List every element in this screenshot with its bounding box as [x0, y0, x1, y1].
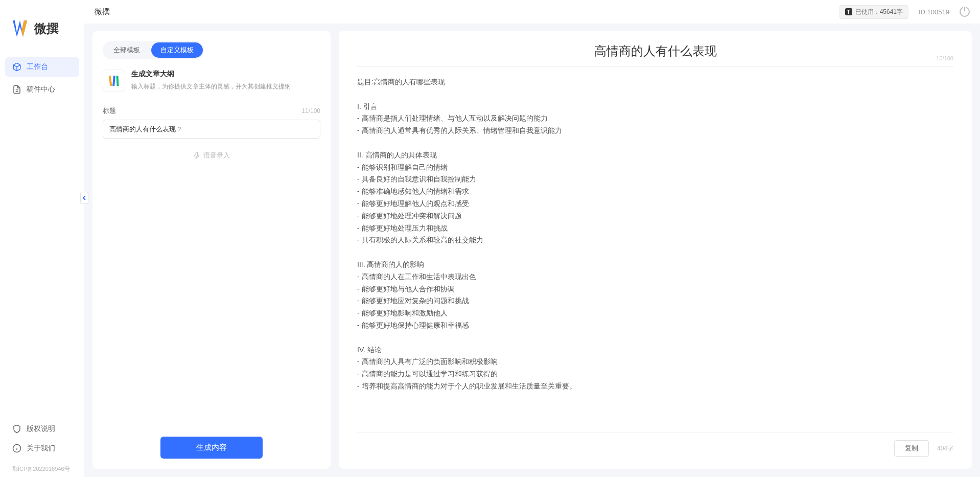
- generate-button[interactable]: 生成内容: [160, 437, 263, 459]
- tab-custom-templates[interactable]: 自定义模板: [151, 42, 203, 58]
- header: 微撰 T 已使用：45641字 ID:100519: [84, 0, 980, 24]
- main-content: 全部模板 自定义模板 生成文章大纲 输入标题，为你提供文章主体的灵感，并为其创建…: [84, 0, 980, 477]
- nav-item-drafts[interactable]: 稿件中心: [5, 80, 79, 99]
- template-tabs: 全部模板 自定义模板: [103, 41, 204, 59]
- tab-all-templates[interactable]: 全部模板: [104, 42, 149, 58]
- template-title: 生成文章大纲: [131, 70, 291, 79]
- sidebar: 微撰 工作台 稿件中心 版权说明 关于我们 鄂ICP备2022016946: [0, 0, 84, 477]
- template-card: 生成文章大纲 输入标题，为你提供文章主体的灵感，并为其创建推文提纲: [103, 70, 320, 92]
- info-icon: [12, 444, 21, 453]
- usage-badge[interactable]: T 已使用：45641字: [839, 5, 908, 19]
- voice-input-button[interactable]: 语音录入: [103, 151, 320, 160]
- power-button[interactable]: [960, 7, 970, 17]
- template-desc: 输入标题，为你提供文章主体的灵感，并为其创建推文提纲: [131, 82, 291, 91]
- text-icon: T: [845, 8, 852, 15]
- svg-rect-8: [116, 76, 119, 86]
- usage-text: 已使用：45641字: [855, 8, 903, 16]
- shield-icon: [12, 424, 21, 434]
- nav-item-workbench[interactable]: 工作台: [5, 57, 79, 77]
- char-counter: 11/100: [301, 107, 320, 115]
- title-label: 标题: [103, 106, 116, 116]
- output-footer: 复制 404字: [357, 433, 953, 457]
- nav-label: 工作台: [27, 62, 48, 72]
- logo-icon: [13, 20, 30, 37]
- template-icon: [103, 70, 125, 92]
- title-input[interactable]: [103, 120, 320, 139]
- microphone-icon: [193, 152, 200, 159]
- footer-label: 版权说明: [27, 424, 55, 434]
- footer-about[interactable]: 关于我们: [5, 439, 79, 458]
- svg-rect-7: [112, 76, 115, 86]
- logo: 微撰: [0, 10, 84, 57]
- output-body: 题目:高情商的人有哪些表现 I. 引言 - 高情商是指人们处理情绪、与他人互动以…: [357, 76, 953, 425]
- output-title: 高情商的人有什么表现: [357, 43, 953, 59]
- chevron-left-icon: [82, 195, 86, 200]
- user-id: ID:100519: [919, 8, 949, 16]
- nav-label: 稿件中心: [27, 85, 55, 94]
- word-count: 404字: [937, 444, 953, 453]
- svg-rect-6: [109, 76, 112, 86]
- footer-nav: 版权说明 关于我们: [0, 419, 84, 463]
- sidebar-collapse-button[interactable]: [80, 192, 88, 204]
- output-top-counter: 10/100: [936, 55, 953, 61]
- voice-label: 语音录入: [203, 151, 230, 160]
- copy-button[interactable]: 复制: [894, 440, 929, 457]
- footer-copyright[interactable]: 版权说明: [5, 419, 79, 439]
- cube-icon: [12, 62, 21, 72]
- main-nav: 工作台 稿件中心: [0, 57, 84, 419]
- page-title: 微撰: [95, 7, 110, 17]
- output-panel: 高情商的人有什么表现 10/100 题目:高情商的人有哪些表现 I. 引言 - …: [339, 31, 972, 469]
- document-icon: [12, 85, 21, 94]
- brand-name: 微撰: [34, 20, 59, 37]
- input-panel: 全部模板 自定义模板 生成文章大纲 输入标题，为你提供文章主体的灵感，并为其创建…: [92, 31, 331, 469]
- header-right: T 已使用：45641字 ID:100519: [839, 5, 970, 19]
- icp-text: 鄂ICP备2022016946号: [0, 463, 84, 477]
- footer-label: 关于我们: [27, 444, 55, 453]
